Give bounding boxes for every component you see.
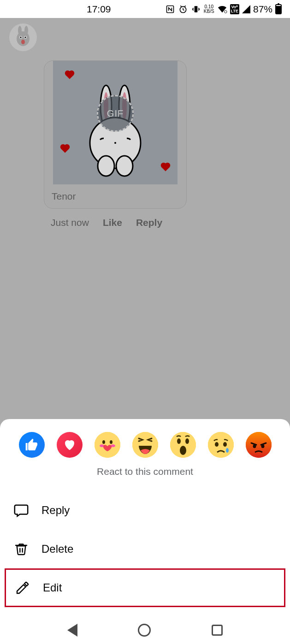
comment-card[interactable]: GIF Tenor xyxy=(44,60,187,209)
pencil-icon xyxy=(14,579,31,596)
data-speed: 0.10KB/S xyxy=(204,5,214,14)
wow-face-icon xyxy=(170,432,196,458)
delete-option-label: Delete xyxy=(41,543,73,555)
thumbs-up-icon xyxy=(24,437,39,452)
reaction-like[interactable] xyxy=(19,432,45,458)
svg-point-6 xyxy=(24,26,28,35)
svg-point-30 xyxy=(185,438,189,444)
react-caption: React to this comment xyxy=(0,466,290,477)
reaction-haha[interactable] xyxy=(132,432,158,458)
action-bottom-sheet: React to this comment Reply Delete Edit xyxy=(0,419,290,616)
svg-point-9 xyxy=(20,37,22,38)
status-icons-group: 0.10KB/S VoᴬLTE 87% xyxy=(165,4,282,15)
reaction-care[interactable] xyxy=(95,432,120,458)
heart-decoration-icon xyxy=(61,145,69,153)
svg-point-22 xyxy=(110,440,112,444)
gif-badge: GIF xyxy=(97,95,134,132)
sad-face-icon xyxy=(208,432,234,458)
svg-point-19 xyxy=(114,142,116,144)
reaction-wow[interactable] xyxy=(170,432,196,458)
battery-icon xyxy=(275,4,282,14)
svg-point-10 xyxy=(25,37,26,38)
options-list: Reply Delete Edit xyxy=(0,491,290,607)
edit-option-label: Edit xyxy=(43,581,62,594)
like-button[interactable]: Like xyxy=(103,217,122,228)
svg-point-33 xyxy=(215,442,219,447)
volte-icon: VoᴬLTE xyxy=(230,4,239,14)
svg-point-25 xyxy=(98,449,106,455)
battery-percent: 87% xyxy=(253,4,272,15)
vibrate-icon xyxy=(191,4,201,14)
svg-point-21 xyxy=(102,440,105,444)
nav-back-icon[interactable] xyxy=(67,624,77,637)
svg-point-34 xyxy=(223,442,227,447)
reaction-love[interactable] xyxy=(57,432,83,458)
reply-button[interactable]: Reply xyxy=(136,217,162,228)
svg-point-18 xyxy=(116,156,133,176)
edit-option[interactable]: Edit xyxy=(5,568,285,607)
svg-point-36 xyxy=(246,432,272,458)
reply-option[interactable]: Reply xyxy=(0,491,290,530)
haha-face-icon xyxy=(132,432,158,458)
comment-meta: Just now Like Reply xyxy=(51,217,162,228)
svg-point-3 xyxy=(224,10,227,13)
signal-icon xyxy=(242,5,250,13)
alarm-icon xyxy=(178,4,188,14)
status-time: 17:09 xyxy=(87,4,111,15)
heart-icon xyxy=(63,438,77,452)
care-face-icon xyxy=(95,432,120,458)
status-bar: 17:09 0.10KB/S VoᴬLTE 87% xyxy=(0,0,290,18)
heart-decoration-icon xyxy=(66,71,74,79)
nav-bar xyxy=(0,616,290,644)
svg-point-5 xyxy=(18,26,22,35)
svg-point-31 xyxy=(180,446,186,455)
svg-point-35 xyxy=(226,448,229,453)
svg-point-20 xyxy=(95,432,120,458)
gif-attachment[interactable]: GIF xyxy=(53,61,178,184)
reaction-angry[interactable] xyxy=(246,432,272,458)
delete-option[interactable]: Delete xyxy=(0,530,290,568)
reaction-sad[interactable] xyxy=(208,432,234,458)
wifi-icon xyxy=(217,4,227,14)
nav-home-icon[interactable] xyxy=(138,624,151,637)
bugs-bunny-avatar-icon xyxy=(12,26,35,49)
avatar[interactable] xyxy=(9,24,37,51)
comment-timestamp: Just now xyxy=(51,217,89,228)
nav-recents-icon[interactable] xyxy=(212,625,223,636)
svg-point-32 xyxy=(208,432,234,458)
reply-icon xyxy=(13,502,30,519)
trash-icon xyxy=(13,541,30,557)
gif-source-label: Tenor xyxy=(44,184,186,208)
angry-face-icon xyxy=(246,432,272,458)
nfc-icon xyxy=(165,4,175,14)
reactions-row xyxy=(0,432,290,458)
heart-decoration-icon xyxy=(162,164,170,171)
svg-point-26 xyxy=(109,449,117,455)
svg-point-11 xyxy=(21,40,25,44)
svg-point-29 xyxy=(177,438,181,444)
reply-option-label: Reply xyxy=(41,504,70,517)
svg-rect-2 xyxy=(194,6,197,12)
svg-point-17 xyxy=(98,156,114,176)
